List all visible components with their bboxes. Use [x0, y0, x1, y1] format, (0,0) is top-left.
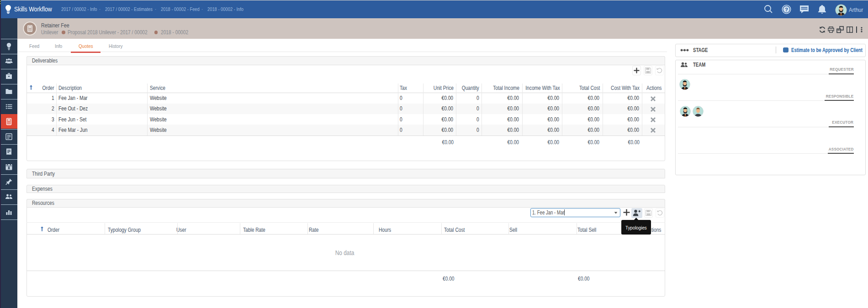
svg-text:?: ?: [785, 7, 788, 12]
